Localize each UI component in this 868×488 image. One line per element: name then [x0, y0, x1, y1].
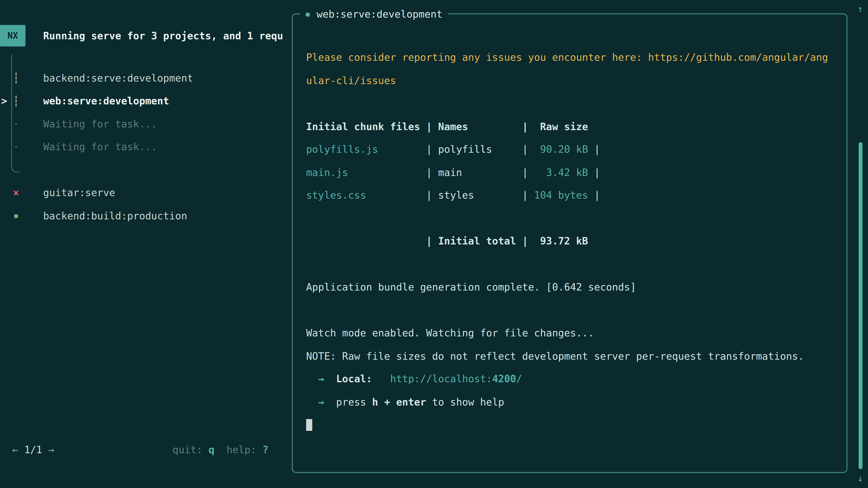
terminal-line: ular-cli/issues: [306, 69, 841, 92]
terminal-line: █: [306, 413, 841, 436]
failed-cross-icon: ×: [11, 187, 21, 198]
scrollbar: ↑ ↓: [856, 0, 865, 488]
terminal-line: [306, 253, 841, 275]
output-pane: ● web:serve:development Please consider …: [292, 13, 848, 473]
help-key: ?: [262, 444, 269, 455]
page-indicator: 1/1: [18, 444, 48, 455]
spinner-icon: ┆: [11, 95, 21, 107]
selection-pointer-icon: >: [1, 95, 7, 107]
terminal-line: Initial chunk files | Names | Raw size: [306, 115, 841, 138]
terminal-line: Application bundle generation complete. …: [306, 275, 841, 299]
pending-dot-icon: ·: [11, 118, 21, 129]
next-page-arrow-icon[interactable]: →: [48, 444, 54, 455]
terminal-line: styles.css | styles | 104 bytes |: [306, 184, 841, 207]
scroll-thumb[interactable]: [859, 142, 862, 469]
task-list: ┆backend:serve:development>┆web:serve:de…: [0, 66, 292, 227]
task-group: ×guitar:serve■backend:build:production: [0, 181, 292, 227]
running-status-dot-icon: ●: [306, 10, 310, 18]
task-row[interactable]: ×guitar:serve: [0, 181, 292, 204]
task-label: web:serve:development: [43, 95, 169, 107]
nx-tui-screen: NX Running serve for 3 projects, and 1 r…: [0, 0, 868, 488]
success-square-icon: ■: [11, 212, 21, 219]
task-label: Waiting for task...: [43, 118, 157, 129]
terminal-line: | Initial total | 93.72 kB: [306, 230, 841, 253]
terminal-line: Please consider reporting any issues you…: [306, 46, 841, 69]
terminal-line: [306, 298, 841, 322]
task-row[interactable]: >┆web:serve:development: [0, 90, 292, 112]
nx-logo-badge: NX: [0, 25, 26, 46]
task-row[interactable]: ·Waiting for task...: [0, 135, 292, 158]
task-label: Waiting for task...: [43, 141, 157, 153]
task-label: guitar:serve: [43, 187, 115, 198]
spinner-icon: ┆: [11, 72, 21, 84]
help-label: help:: [215, 444, 262, 455]
terminal-line: Watch mode enabled. Watching for file ch…: [306, 322, 841, 345]
task-row[interactable]: ┆backend:serve:development: [0, 66, 292, 90]
terminal-line: → Local: http://localhost:4200/: [306, 367, 841, 390]
task-label: backend:serve:development: [43, 72, 193, 84]
scroll-up-icon[interactable]: ↑: [856, 3, 865, 14]
pagination: ← 1/1 →: [12, 444, 54, 455]
terminal-line: [306, 207, 841, 230]
quit-label: quit:: [173, 444, 209, 455]
output-pane-title-label: web:serve:development: [316, 8, 442, 20]
terminal-line: polyfills.js | polyfills | 90.20 kB |: [306, 138, 841, 161]
terminal-output: Please consider reporting any issues you…: [306, 46, 841, 468]
prev-page-arrow-icon[interactable]: ←: [12, 444, 18, 455]
sidebar: NX Running serve for 3 projects, and 1 r…: [0, 0, 292, 488]
task-row[interactable]: ·Waiting for task...: [0, 112, 292, 135]
scroll-down-icon[interactable]: ↓: [856, 473, 865, 484]
output-pane-title: ● web:serve:development: [300, 6, 448, 22]
keyboard-shortcuts: quit: q help: ?: [173, 444, 269, 455]
quit-key: q: [209, 444, 215, 455]
sidebar-bottom-bar: ← 1/1 → quit: q help: ?: [12, 444, 269, 455]
task-label: backend:build:production: [43, 210, 187, 221]
task-row[interactable]: ■backend:build:production: [0, 204, 292, 227]
task-group: ┆backend:serve:development>┆web:serve:de…: [0, 66, 292, 158]
terminal-line: [306, 92, 841, 115]
terminal-line: main.js | main | 3.42 kB |: [306, 161, 841, 184]
app-title: Running serve for 3 projects, and 1 requ: [43, 30, 291, 41]
pending-dot-icon: ·: [11, 141, 21, 153]
terminal-line: NOTE: Raw file sizes do not reflect deve…: [306, 344, 841, 367]
terminal-line: → press h + enter to show help: [306, 390, 841, 414]
